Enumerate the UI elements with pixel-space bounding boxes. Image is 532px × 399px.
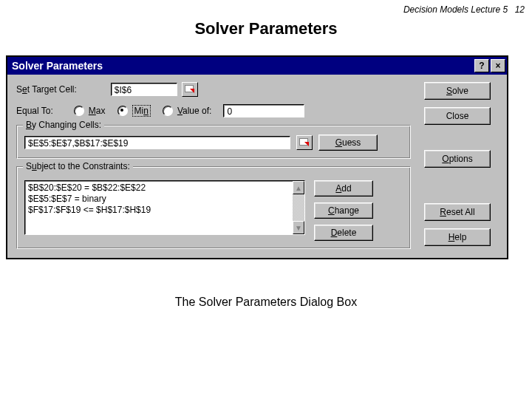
constraints-listbox[interactable]: $B$20:$E$20 = $B$22:$E$22 $E$5:$E$7 = bi… xyxy=(24,180,305,235)
equal-to-label: Equal To: xyxy=(16,106,53,116)
target-cell-input[interactable]: $I$6 xyxy=(111,83,177,96)
reset-all-button[interactable]: Reset All xyxy=(424,203,491,221)
radio-value[interactable] xyxy=(163,106,173,116)
changing-cells-group: By Changing Cells: $E$5:$E$7,$B$17:$E$19… xyxy=(16,125,411,159)
radio-min-label: Min xyxy=(132,105,151,117)
equal-to-row: Equal To: Max Min Value of: 0 xyxy=(16,104,411,117)
close-icon[interactable]: × xyxy=(491,59,505,72)
value-of-input[interactable]: 0 xyxy=(223,104,304,117)
window-title: Solver Parameters xyxy=(12,60,103,72)
target-cell-label: Set Target Cell: xyxy=(16,84,77,95)
range-picker-icon[interactable] xyxy=(182,82,198,97)
slide-title: Solver Parameters xyxy=(0,19,532,38)
scroll-down-icon[interactable]: ▼ xyxy=(293,221,304,234)
constraints-group: Subject to the Constraints: $B$20:$E$20 … xyxy=(16,166,411,249)
titlebar[interactable]: Solver Parameters ? × xyxy=(7,57,507,75)
help-button[interactable]: Help xyxy=(424,228,491,246)
scroll-up-icon[interactable]: ▲ xyxy=(293,181,304,194)
add-button[interactable]: Add xyxy=(314,180,373,197)
scrollbar[interactable]: ▲ ▼ xyxy=(293,181,304,234)
close-button[interactable]: Close xyxy=(424,107,491,125)
delete-button[interactable]: Delete xyxy=(314,225,373,241)
list-item[interactable]: $F$17:$F$19 <= $H$17:$H$19 xyxy=(28,205,290,216)
list-item[interactable]: $B$20:$E$20 = $B$22:$E$22 xyxy=(28,183,290,194)
radio-value-label: Value of: xyxy=(177,106,212,116)
caption: The Solver Parameters Dialog Box xyxy=(0,296,532,309)
radio-max[interactable] xyxy=(74,106,84,116)
change-button[interactable]: Change xyxy=(314,202,373,219)
course-label: Decision Models Lecture 5 xyxy=(403,4,508,15)
options-button[interactable]: Options xyxy=(424,150,491,168)
page-number: 12 xyxy=(511,4,525,15)
solver-parameters-window: Solver Parameters ? × Set Target Cell: $… xyxy=(6,55,508,259)
constraints-legend: Subject to the Constraints: xyxy=(23,161,133,171)
page-header: Decision Models Lecture 5 12 xyxy=(403,4,525,15)
radio-max-label: Max xyxy=(89,106,106,116)
solve-button[interactable]: Solve xyxy=(424,82,491,100)
help-icon[interactable]: ? xyxy=(474,59,489,72)
target-cell-row: Set Target Cell: $I$6 xyxy=(16,82,411,97)
radio-min[interactable] xyxy=(117,106,128,116)
list-item[interactable]: $E$5:$E$7 = binary xyxy=(28,194,290,205)
changing-cells-legend: By Changing Cells: xyxy=(23,120,104,130)
range-picker-icon[interactable] xyxy=(296,135,313,150)
guess-button[interactable]: Guess xyxy=(318,134,378,151)
changing-cells-input[interactable]: $E$5:$E$7,$B$17:$E$19 xyxy=(24,136,290,149)
